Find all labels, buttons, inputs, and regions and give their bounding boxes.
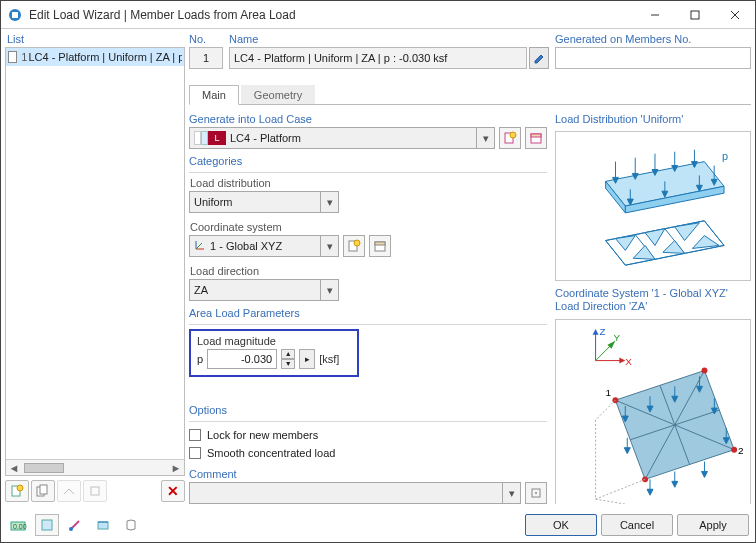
new-coord-system-button[interactable] [343,235,365,257]
script-button[interactable] [119,514,143,536]
svg-marker-57 [645,229,665,246]
svg-line-68 [596,345,612,361]
lock-checkbox-row[interactable]: Lock for new members [189,426,547,444]
alp-title: Area Load Parameters [189,307,547,321]
svg-rect-3 [691,11,699,19]
preview-distribution: p [555,131,751,281]
svg-rect-14 [531,134,541,137]
units-button[interactable]: 0.00 [7,514,31,536]
close-button[interactable] [715,1,755,29]
svg-line-53 [625,259,655,265]
new-load-case-button[interactable] [499,127,521,149]
generated-field[interactable] [555,47,751,69]
svg-text:Y: Y [613,332,620,343]
toggle-box-icon[interactable] [8,51,17,63]
checkbox-icon[interactable] [189,429,201,441]
svg-point-23 [535,492,537,494]
smooth-checkbox-row[interactable]: Smooth concentrated load [189,444,547,462]
preview-sys-line2: Load Direction 'ZA' [555,300,751,313]
horizontal-scrollbar[interactable]: ◄► [6,459,184,475]
categories-title: Categories [189,155,547,169]
delete-item-button[interactable]: ✕ [161,480,185,502]
svg-marker-61 [692,236,719,249]
coordinate-system-combo[interactable]: 1 - Global XYZ ▾ [189,235,339,257]
name-label: Name [229,33,549,47]
load-direction-combo[interactable]: ZA ▾ [189,279,339,301]
svg-rect-1 [12,12,18,18]
svg-text:Z: Z [600,326,606,337]
comment-combo[interactable]: ▾ [189,482,521,504]
new-item-button[interactable] [5,480,29,502]
load-case-swatch-icon: L [194,131,226,145]
generate-group: Generate into Load Case L LC4 - Platform [189,113,547,149]
svg-marker-101 [624,448,630,454]
svg-marker-58 [675,223,700,241]
name-field[interactable]: LC4 - Platform | Uniform | ZA | p : -0.0… [229,47,527,69]
generated-label: Generated on Members No. [555,33,751,47]
load-case-library-button[interactable] [525,127,547,149]
preview-p-label: p [722,150,728,162]
svg-marker-99 [647,489,653,495]
tab-main[interactable]: Main [189,85,239,105]
coordinate-system-label: Coordinate system [190,221,547,233]
svg-rect-10 [91,487,99,495]
apply-button[interactable]: Apply [677,514,749,536]
load-case-value: LC4 - Platform [230,132,301,144]
svg-line-105 [596,499,655,504]
svg-text:2: 2 [738,445,744,456]
load-list[interactable]: 1 LC4 - Platform | Uniform | ZA | p : -0… [5,47,185,476]
svg-point-112 [69,527,73,531]
options-title: Options [189,404,547,418]
chevron-down-icon[interactable]: ▾ [502,483,520,503]
magnitude-input[interactable]: -0.030 [207,349,277,369]
preview-coordinate-system: Z X Y 1 [555,319,751,504]
ok-button[interactable]: OK [525,514,597,536]
categories-group: Categories Load distribution Uniform ▾ C… [189,155,547,301]
chevron-down-icon[interactable]: ▾ [320,192,338,212]
comment-edit-button[interactable] [525,482,547,504]
minimize-button[interactable] [635,1,675,29]
magnitude-spinner[interactable]: ▲▼ [281,349,295,369]
name-edit-button[interactable] [529,47,549,69]
cancel-button[interactable]: Cancel [601,514,673,536]
svg-marker-63 [593,329,599,335]
app-icon [7,7,23,23]
preview-dist-title: Load Distribution 'Uniform' [555,113,751,125]
preview-sys-line1: Coordinate System '1 - Global XYZ' [555,287,751,300]
load-distribution-combo[interactable]: Uniform ▾ [189,191,339,213]
chevron-down-icon[interactable]: ▾ [476,128,494,148]
copy-item-button[interactable] [31,480,55,502]
svg-marker-56 [616,236,636,251]
no-field[interactable]: 1 [189,47,223,69]
dialog-button-bar: 0.00 OK Cancel Apply [7,512,749,538]
maximize-button[interactable] [675,1,715,29]
svg-text:1: 1 [605,387,611,398]
svg-rect-110 [42,520,52,530]
title-bar: Edit Load Wizard | Member Loads from Are… [1,1,755,29]
tab-bar: Main Geometry [189,83,751,105]
coord-system-library-button[interactable] [369,235,391,257]
svg-rect-9 [40,485,47,494]
grid-toggle-button[interactable] [35,514,59,536]
magnitude-pick-button[interactable]: ▸ [299,349,315,369]
comment-title: Comment [189,468,547,482]
load-magnitude-label: Load magnitude [197,335,351,347]
chevron-down-icon[interactable]: ▾ [320,236,338,256]
magnitude-symbol: p [197,353,203,365]
member-view-button[interactable] [63,514,87,536]
svg-text:0.00: 0.00 [13,523,27,530]
toolbar-button-4 [83,480,107,502]
svg-line-103 [596,479,645,499]
comment-group: Comment ▾ [189,468,547,504]
load-direction-label: Load direction [190,265,547,277]
list-item[interactable]: 1 LC4 - Platform | Uniform | ZA | p : -0… [6,48,184,66]
load-case-combo[interactable]: L LC4 - Platform ▾ [189,127,495,149]
chevron-down-icon[interactable]: ▾ [320,280,338,300]
area-load-parameters-group: Area Load Parameters Load magnitude p -0… [189,307,547,377]
tab-geometry[interactable]: Geometry [241,85,315,104]
svg-line-17 [196,243,202,249]
surface-view-button[interactable] [91,514,115,536]
no-label: No. [189,33,223,47]
list-header: List [5,33,185,47]
checkbox-icon[interactable] [189,447,201,459]
